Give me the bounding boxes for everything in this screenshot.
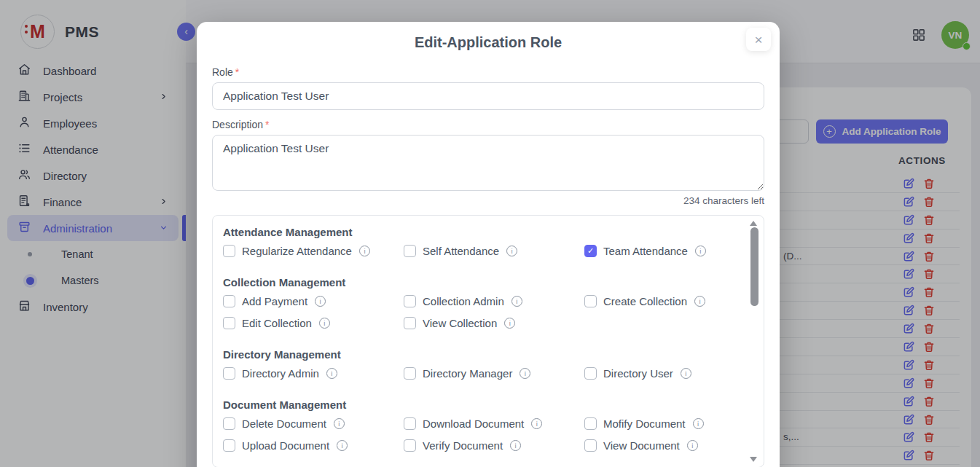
permission-checkbox-item[interactable]: Download Documenti xyxy=(404,415,584,431)
checkbox-unchecked[interactable] xyxy=(223,367,235,380)
permission-label: Create Collection xyxy=(603,295,687,307)
permission-label: Directory User xyxy=(603,367,673,380)
permission-checkbox-item[interactable]: Directory Manageri xyxy=(404,365,584,381)
required-asterisk: * xyxy=(235,66,239,78)
info-icon: i xyxy=(687,440,698,451)
permission-sections: Attendance ManagementRegularize Attendan… xyxy=(223,226,742,453)
checkbox-unchecked[interactable] xyxy=(584,439,597,452)
scrollbar-up-arrow-icon[interactable] xyxy=(750,221,757,226)
permission-label: View Document xyxy=(603,439,680,452)
checkbox-unchecked[interactable] xyxy=(223,417,235,430)
permission-section-title: Collection Management xyxy=(223,276,742,289)
permission-checkbox-item[interactable]: Add Paymenti xyxy=(223,293,404,309)
checkbox-unchecked[interactable] xyxy=(404,439,416,452)
checkbox-unchecked[interactable] xyxy=(223,295,235,307)
checkbox-unchecked[interactable] xyxy=(584,295,597,307)
info-icon: i xyxy=(694,296,705,307)
permission-checkbox-item[interactable]: Verify Documenti xyxy=(404,437,584,453)
permission-label: Directory Manager xyxy=(423,367,512,380)
info-icon: i xyxy=(506,246,517,256)
info-icon: i xyxy=(511,296,522,307)
info-icon: i xyxy=(531,418,542,429)
permission-label: Regularize Attendance xyxy=(242,245,352,257)
characters-left-counter: 234 characters left xyxy=(212,195,764,206)
permission-label: Mofify Document xyxy=(603,417,686,430)
checkbox-unchecked[interactable] xyxy=(404,367,416,380)
edit-application-role-modal: × Edit-Application Role Role* Descriptio… xyxy=(197,22,780,467)
info-icon: i xyxy=(315,296,326,307)
permission-grid: Regularize AttendanceiSelf Attendancei✓T… xyxy=(223,243,742,259)
checkbox-unchecked[interactable] xyxy=(584,417,597,430)
permission-checkbox-item[interactable]: View Collectioni xyxy=(404,315,584,331)
permission-label: Upload Document xyxy=(242,439,329,452)
permission-checkbox-item[interactable]: Directory Admini xyxy=(223,365,404,381)
checkbox-unchecked[interactable] xyxy=(404,295,416,307)
info-icon: i xyxy=(504,318,515,329)
role-input[interactable] xyxy=(212,82,764,110)
permission-checkbox-item[interactable]: Regularize Attendancei xyxy=(223,243,404,259)
permission-checkbox-item[interactable]: Edit Collectioni xyxy=(223,315,404,331)
app-root: M PMS DashboardProjectsEmployeesAttendan… xyxy=(0,0,980,467)
checkbox-unchecked[interactable] xyxy=(223,317,235,329)
info-icon: i xyxy=(681,368,691,379)
info-icon: i xyxy=(693,418,704,429)
description-textarea[interactable]: Application Test User xyxy=(212,135,764,191)
info-icon: i xyxy=(337,440,348,451)
permissions-scroll-area[interactable]: Attendance ManagementRegularize Attendan… xyxy=(212,215,764,467)
checkbox-unchecked[interactable] xyxy=(223,439,235,452)
checkbox-unchecked[interactable] xyxy=(404,245,416,257)
permission-grid: Delete DocumentiDownload DocumentiMofify… xyxy=(223,415,742,453)
scrollbar-down-arrow-icon[interactable] xyxy=(750,457,757,462)
permission-section-title: Document Management xyxy=(223,399,742,411)
permission-label: Directory Admin xyxy=(242,367,319,380)
info-icon: i xyxy=(510,440,521,451)
permission-section-title: Directory Management xyxy=(223,348,742,361)
permission-label: Team Attendance xyxy=(603,245,688,257)
permission-section-title: Attendance Management xyxy=(223,226,742,238)
permission-checkbox-item[interactable]: Directory Useri xyxy=(584,365,764,381)
info-icon: i xyxy=(359,246,370,256)
info-icon: i xyxy=(695,246,706,256)
permission-checkbox-item[interactable]: ✓Team Attendancei xyxy=(584,243,764,259)
permission-label: Edit Collection xyxy=(242,317,312,329)
permission-label: Self Attendance xyxy=(423,245,499,257)
permission-label: Collection Admin xyxy=(423,295,504,307)
checkbox-unchecked[interactable] xyxy=(223,245,235,257)
permission-label: Download Document xyxy=(423,417,524,430)
permission-label: View Collection xyxy=(423,317,497,329)
checkbox-unchecked[interactable] xyxy=(404,317,416,329)
permission-checkbox-item[interactable]: Delete Documenti xyxy=(223,415,404,431)
permission-checkbox-item[interactable]: Mofify Documenti xyxy=(584,415,764,431)
permission-grid: Directory AdminiDirectory ManageriDirect… xyxy=(223,365,742,381)
checkbox-unchecked[interactable] xyxy=(584,367,597,380)
role-label: Role* xyxy=(212,66,764,78)
scrollbar-thumb[interactable] xyxy=(750,227,758,306)
permission-checkbox-item[interactable]: Collection Admini xyxy=(404,293,584,309)
permission-checkbox-item[interactable]: Create Collectioni xyxy=(584,293,764,309)
permission-label: Delete Document xyxy=(242,417,326,430)
required-asterisk: * xyxy=(265,119,269,130)
description-label: Description* xyxy=(212,119,764,130)
checkbox-checked[interactable]: ✓ xyxy=(584,245,597,257)
info-icon: i xyxy=(319,318,330,329)
checkbox-unchecked[interactable] xyxy=(404,417,416,430)
modal-title: Edit-Application Role xyxy=(212,34,764,51)
permission-grid: Add PaymentiCollection AdminiCreate Coll… xyxy=(223,293,742,331)
permission-checkbox-item[interactable]: View Documenti xyxy=(584,437,764,453)
close-icon[interactable]: × xyxy=(746,28,771,51)
info-icon: i xyxy=(520,368,530,379)
permission-checkbox-item[interactable]: Upload Documenti xyxy=(223,437,404,453)
info-icon: i xyxy=(326,368,337,379)
permission-label: Add Payment xyxy=(242,295,307,307)
info-icon: i xyxy=(334,418,345,429)
permission-checkbox-item[interactable]: Self Attendancei xyxy=(404,243,584,259)
permission-label: Verify Document xyxy=(423,439,503,452)
